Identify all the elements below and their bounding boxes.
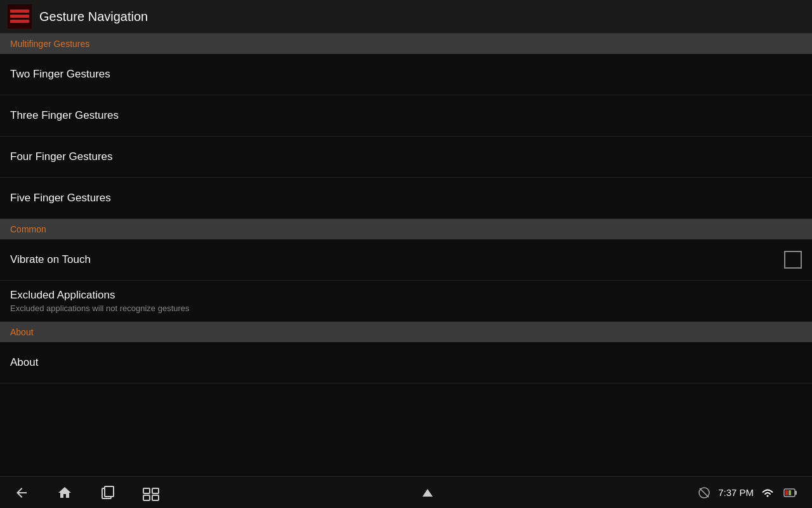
list-item-subtitle-excluded: Excluded applications will not recognize… (10, 304, 190, 313)
list-item-content: Three Finger Gestures (10, 109, 119, 122)
bottom-nav-bar: 7:37 PM (0, 476, 812, 508)
svg-rect-2 (10, 15, 29, 18)
list-item-three-finger[interactable]: Three Finger Gestures (0, 95, 812, 137)
list-item-title-five-finger: Five Finger Gestures (10, 192, 111, 204)
svg-line-11 (700, 488, 709, 497)
list-item-content: Vibrate on Touch (10, 253, 91, 266)
svg-rect-8 (143, 495, 150, 500)
wifi-icon (759, 484, 776, 502)
nav-left-group (13, 484, 160, 502)
svg-rect-7 (152, 488, 159, 493)
app-icon (8, 4, 32, 29)
list-item-title-four-finger: Four Finger Gestures (10, 150, 113, 163)
battery-icon (782, 484, 799, 502)
back-button[interactable] (13, 484, 30, 502)
list-item-about[interactable]: About (0, 342, 812, 384)
list-item-title-excluded: Excluded Applications (10, 289, 190, 302)
expand-button[interactable] (419, 484, 436, 502)
home-button[interactable] (56, 484, 74, 502)
svg-rect-15 (789, 490, 791, 495)
list-item-content: Five Finger Gestures (10, 192, 111, 204)
section-header-common: Common (0, 219, 812, 239)
list-item-content: Four Finger Gestures (10, 150, 113, 163)
list-item-two-finger[interactable]: Two Finger Gestures (0, 54, 812, 95)
content-area: Multifinger Gestures Two Finger Gestures… (0, 34, 812, 476)
svg-rect-13 (795, 491, 797, 495)
list-item-excluded-apps[interactable]: Excluded Applications Excluded applicati… (0, 281, 812, 322)
nav-center-group (419, 484, 436, 502)
list-item-content: Excluded Applications Excluded applicati… (10, 289, 190, 313)
section-header-multifinger: Multifinger Gestures (0, 34, 812, 54)
vibrate-checkbox[interactable] (784, 251, 802, 269)
svg-rect-1 (10, 10, 29, 13)
list-item-content: About (10, 356, 38, 369)
svg-rect-5 (105, 486, 114, 497)
svg-rect-9 (152, 495, 159, 500)
app-title: Gesture Navigation (39, 10, 148, 24)
list-item-four-finger[interactable]: Four Finger Gestures (0, 137, 812, 178)
status-time: 7:37 PM (718, 487, 754, 498)
list-item-five-finger[interactable]: Five Finger Gestures (0, 178, 812, 219)
list-item-content: Two Finger Gestures (10, 68, 110, 81)
list-item-title-three-finger: Three Finger Gestures (10, 109, 119, 122)
list-item-vibrate-on-touch[interactable]: Vibrate on Touch (0, 239, 812, 281)
no-signal-icon (695, 484, 713, 502)
status-right-group: 7:37 PM (695, 484, 799, 502)
list-item-title-about: About (10, 356, 38, 369)
svg-rect-3 (10, 20, 29, 23)
list-item-title-two-finger: Two Finger Gestures (10, 68, 110, 81)
svg-rect-14 (785, 490, 788, 495)
screenshot-button[interactable] (142, 484, 160, 502)
top-bar: Gesture Navigation (0, 0, 812, 34)
list-item-title-vibrate: Vibrate on Touch (10, 253, 91, 266)
svg-rect-6 (143, 488, 150, 493)
recents-button[interactable] (99, 484, 117, 502)
section-header-about: About (0, 322, 812, 342)
